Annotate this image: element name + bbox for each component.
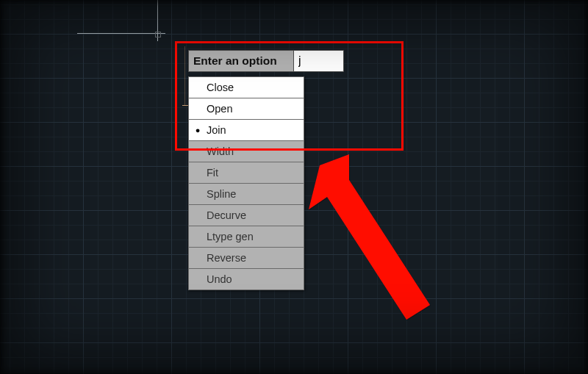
option-fit[interactable]: Fit [189, 162, 304, 183]
option-label: Undo [207, 273, 304, 285]
option-label: Width [207, 145, 304, 157]
option-join[interactable]: Join [189, 119, 304, 140]
option-spline[interactable]: Spline [189, 183, 304, 204]
option-decurve[interactable]: Decurve [189, 204, 304, 226]
option-label: Ltype gen [207, 231, 304, 242]
option-marker [189, 126, 207, 134]
option-label: Join [207, 124, 304, 136]
option-label: Close [207, 82, 304, 93]
option-label: Spline [207, 188, 304, 200]
option-width[interactable]: Width [189, 140, 304, 162]
tracking-marker [182, 105, 188, 106]
tracking-vertical [184, 46, 185, 105]
option-label: Open [207, 103, 304, 115]
command-prompt-input[interactable] [294, 50, 344, 72]
option-reverse[interactable]: Reverse [189, 247, 304, 268]
option-list: CloseOpenJoinWidthFitSplineDecurveLtype … [188, 76, 304, 290]
svg-marker-0 [309, 154, 430, 320]
option-label: Reverse [207, 252, 304, 264]
option-label: Decurve [207, 209, 304, 221]
command-prompt: Enter an option [188, 50, 344, 72]
option-open[interactable]: Open [189, 98, 304, 119]
option-ltype-gen[interactable]: Ltype gen [189, 226, 304, 247]
drawing-viewport[interactable]: Enter an option CloseOpenJoinWidthFitSpl… [0, 0, 588, 374]
crosshair-pickbox [155, 32, 161, 37]
option-undo[interactable]: Undo [189, 268, 304, 290]
option-label: Fit [207, 167, 304, 179]
annotation-arrow-icon [305, 147, 437, 338]
command-prompt-label: Enter an option [188, 50, 294, 72]
option-close[interactable]: Close [189, 76, 304, 98]
crosshair-horizontal [77, 33, 165, 34]
